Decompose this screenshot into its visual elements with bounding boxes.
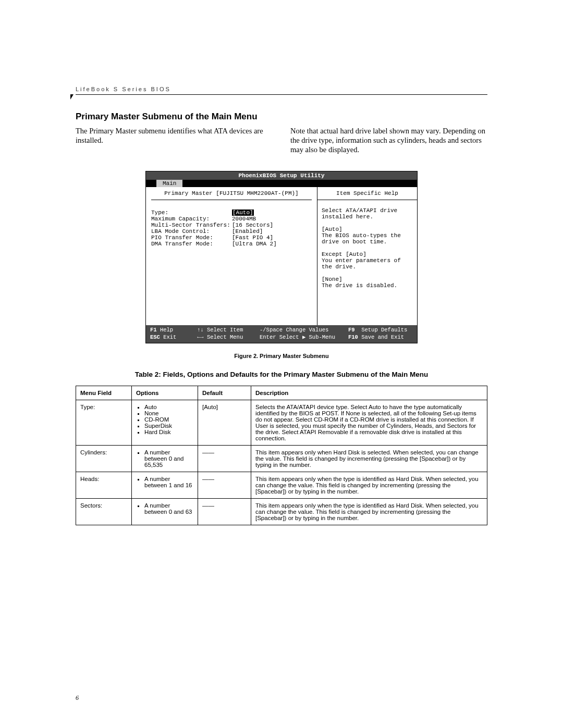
table-caption: Table 2: Fields, Options and Defaults fo… bbox=[76, 371, 487, 378]
bios-help-line: Except [Auto] bbox=[322, 251, 413, 257]
cell-description: This item appears only when the type is … bbox=[251, 472, 487, 498]
intro-right: Note that actual hard drive label shown … bbox=[290, 126, 487, 154]
bios-help-line: the drive. bbox=[322, 264, 413, 270]
intro-left: The Primary Master submenu identifies wh… bbox=[76, 126, 273, 154]
bios-field-row: Multi-Sector Transfers:[16 Sectors] bbox=[151, 222, 312, 228]
document-page: LifeBook S Series BIOS Primary Master Su… bbox=[0, 0, 563, 728]
bios-help-line: [None] bbox=[322, 276, 413, 282]
cell-field: Heads: bbox=[76, 472, 132, 498]
bios-field-label: Maximum Capacity: bbox=[151, 216, 232, 222]
header-rule bbox=[76, 94, 487, 95]
bios-footer: F1 Help ↑↓ Select Item -/Space Change Va… bbox=[146, 325, 417, 342]
hint-change-values: -/Space Change Values bbox=[260, 327, 348, 334]
bios-field-label: Type: bbox=[151, 209, 232, 216]
bios-field-label: LBA Mode Control: bbox=[151, 228, 232, 235]
bios-field-row: PIO Transfer Mode:[Fast PIO 4] bbox=[151, 235, 312, 241]
option-item: A number between 0 and 65,535 bbox=[144, 449, 193, 468]
cell-description: This item appears only when Hard Disk is… bbox=[251, 445, 487, 472]
bios-tab-bar: Main bbox=[146, 180, 417, 187]
bios-help-line: The BIOS auto-types the bbox=[322, 232, 413, 239]
intro-columns: The Primary Master submenu identifies wh… bbox=[76, 126, 487, 154]
option-item: A number between 1 and 16 bbox=[144, 476, 193, 488]
cell-description: Selects the ATA/ATAPI device type. Selec… bbox=[251, 400, 487, 445]
key-esc: ESC bbox=[150, 334, 160, 340]
bios-utility-title: PhoenixBIOS Setup Utility bbox=[146, 171, 417, 180]
bios-screenshot: PhoenixBIOS Setup Utility Main Primary M… bbox=[145, 171, 418, 343]
bios-field-row: Maximum Capacity:20004MB bbox=[151, 216, 312, 222]
bios-field-value: [Auto] bbox=[232, 209, 254, 216]
bios-field-value: 20004MB bbox=[232, 216, 256, 222]
cell-options: A number between 0 and 63 bbox=[132, 498, 198, 525]
cell-field: Type: bbox=[76, 400, 132, 445]
cell-default: —— bbox=[198, 445, 251, 472]
bios-help-line: Select ATA/ATAPI drive bbox=[322, 207, 413, 214]
key-f1: F1 bbox=[150, 327, 157, 333]
options-table: Menu Field Options Default Description T… bbox=[76, 386, 487, 525]
bios-left-pane: Primary Master [FUJITSU MHM2200AT-(PM)] … bbox=[146, 187, 317, 325]
key-f9: F9 bbox=[348, 327, 355, 333]
hint-submenu: Enter Select ▶ Sub-Menu bbox=[260, 334, 348, 341]
bios-help-line: [Auto] bbox=[322, 226, 413, 232]
key-f10: F10 bbox=[348, 334, 358, 340]
bios-page-subtitle: Primary Master [FUJITSU MHM2200AT-(PM)] bbox=[151, 190, 312, 200]
cell-options: AutoNoneCD-ROMSuperDiskHard Disk bbox=[132, 400, 198, 445]
bios-field-label: DMA Transfer Mode: bbox=[151, 241, 232, 247]
cell-description: This item appears only when the type is … bbox=[251, 498, 487, 525]
bios-help-line bbox=[322, 220, 413, 226]
option-item: Hard Disk bbox=[144, 429, 193, 435]
cell-options: A number between 0 and 65,535 bbox=[132, 445, 198, 472]
figure-caption: Figure 2. Primary Master Submenu bbox=[76, 353, 487, 359]
bios-field-value: [Enabled] bbox=[232, 228, 263, 235]
bios-help-line: installed here. bbox=[322, 214, 413, 220]
bios-field-value: [16 Sectors] bbox=[232, 222, 273, 228]
option-item: A number between 0 and 63 bbox=[144, 502, 193, 515]
section-title: Primary Master Submenu of the Main Menu bbox=[76, 112, 487, 122]
table-row: Heads:A number between 1 and 16——This it… bbox=[76, 472, 487, 498]
bios-field-row: DMA Transfer Mode:[Ultra DMA 2] bbox=[151, 241, 312, 247]
bios-field-value: [Fast PIO 4] bbox=[232, 235, 273, 241]
bios-help-line bbox=[322, 270, 413, 276]
page-number: 6 bbox=[76, 694, 79, 702]
hint-select-item: ↑↓ Select Item bbox=[197, 327, 260, 334]
table-row: Type:AutoNoneCD-ROMSuperDiskHard Disk[Au… bbox=[76, 400, 487, 445]
th-field: Menu Field bbox=[76, 386, 132, 400]
th-options: Options bbox=[132, 386, 198, 400]
running-header: LifeBook S Series BIOS bbox=[76, 86, 487, 92]
bios-help-pane: Item Specific Help Select ATA/ATAPI driv… bbox=[317, 187, 417, 325]
bios-field-label: Multi-Sector Transfers: bbox=[151, 222, 232, 228]
bios-field-row: LBA Mode Control:[Enabled] bbox=[151, 228, 312, 235]
bios-help-line bbox=[322, 245, 413, 251]
bios-help-line: You enter parameters of bbox=[322, 257, 413, 264]
bios-field-row: Type:[Auto] bbox=[151, 209, 312, 216]
cell-default: [Auto] bbox=[198, 400, 251, 445]
cell-field: Sectors: bbox=[76, 498, 132, 525]
table-row: Sectors:A number between 0 and 63——This … bbox=[76, 498, 487, 525]
option-item: Auto bbox=[144, 404, 193, 410]
option-item: SuperDisk bbox=[144, 423, 193, 429]
th-description: Description bbox=[251, 386, 487, 400]
bios-help-line: The drive is disabled. bbox=[322, 282, 413, 289]
option-item: None bbox=[144, 410, 193, 416]
bios-field-label: PIO Transfer Mode: bbox=[151, 235, 232, 241]
bios-field-value: [Ultra DMA 2] bbox=[232, 241, 277, 247]
cell-default: —— bbox=[198, 498, 251, 525]
option-item: CD-ROM bbox=[144, 416, 193, 423]
cell-default: —— bbox=[198, 472, 251, 498]
table-row: Cylinders:A number between 0 and 65,535—… bbox=[76, 445, 487, 472]
bios-help-title: Item Specific Help bbox=[317, 190, 417, 200]
th-default: Default bbox=[198, 386, 251, 400]
cell-options: A number between 1 and 16 bbox=[132, 472, 198, 498]
bios-tab-main: Main bbox=[156, 180, 182, 187]
hint-select-menu: ←→ Select Menu bbox=[197, 334, 260, 341]
cell-field: Cylinders: bbox=[76, 445, 132, 472]
bios-help-line: drive on boot time. bbox=[322, 239, 413, 245]
